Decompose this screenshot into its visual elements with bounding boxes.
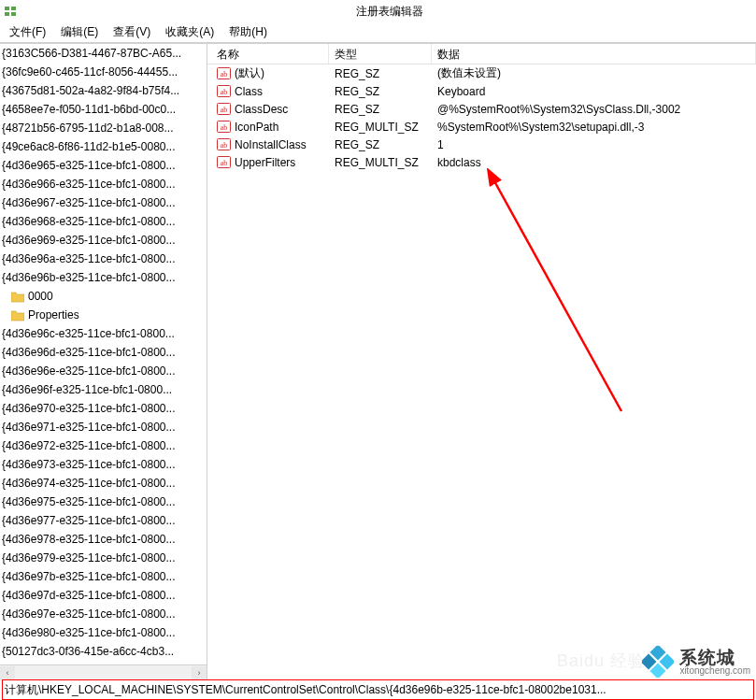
value-row[interactable]: abUpperFiltersREG_MULTI_SZkbdclass: [207, 153, 756, 171]
tree-pane: {3163C566-D381-4467-87BC-A65...{36fc9e60…: [0, 44, 207, 679]
tree-item-label: {4d36e973-e325-11ce-bfc1-0800...: [2, 458, 175, 471]
tree-item-label: {4d36e97e-e325-11ce-bfc1-0800...: [2, 607, 175, 621]
menu-bar: 文件(F) 编辑(E) 查看(V) 收藏夹(A) 帮助(H): [0, 22, 756, 43]
tree-key-item[interactable]: {4d36e97d-e325-11ce-bfc1-0800...: [0, 586, 207, 605]
scroll-track[interactable]: [15, 666, 192, 679]
value-data: %SystemRoot%\System32\setupapi.dll,-3: [432, 121, 756, 134]
value-data: @%SystemRoot%\System32\SysClass.Dll,-300…: [432, 103, 756, 116]
watermark-brand: 系统城: [679, 649, 735, 666]
value-name: NoInstallClass: [235, 138, 307, 151]
window-title: 注册表编辑器: [22, 4, 756, 20]
folder-icon: [11, 310, 24, 321]
tree-key-item[interactable]: {4d36e974-e325-11ce-bfc1-0800...: [0, 474, 207, 493]
tree-key-item[interactable]: {4d36e97b-e325-11ce-bfc1-0800...: [0, 567, 207, 586]
tree-scroll[interactable]: {3163C566-D381-4467-87BC-A65...{36fc9e60…: [0, 44, 207, 664]
tree-key-item[interactable]: {43675d81-502a-4a82-9f84-b75f4...: [0, 81, 207, 100]
tree-key-item[interactable]: {4d36e972-e325-11ce-bfc1-0800...: [0, 436, 207, 455]
tree-key-item[interactable]: {4d36e975-e325-11ce-bfc1-0800...: [0, 493, 207, 511]
col-header-type[interactable]: 类型: [329, 44, 432, 64]
tree-item-label: {4d36e978-e325-11ce-bfc1-0800...: [2, 533, 175, 546]
tree-key-item[interactable]: {4d36e966-e325-11ce-bfc1-0800...: [0, 175, 207, 193]
tree-key-item[interactable]: {4d36e96f-e325-11ce-bfc1-0800...: [0, 380, 207, 399]
tree-item-label: {4d36e972-e325-11ce-bfc1-0800...: [2, 439, 175, 452]
value-name: Class: [235, 85, 263, 98]
scroll-left-arrow-icon[interactable]: ‹: [0, 666, 15, 679]
menu-view[interactable]: 查看(V): [106, 22, 158, 42]
value-row[interactable]: abClassDescREG_SZ@%SystemRoot%\System32\…: [207, 100, 756, 118]
menu-edit[interactable]: 编辑(E): [53, 22, 106, 42]
tree-item-label: {4d36e966-e325-11ce-bfc1-0800...: [2, 178, 175, 191]
col-header-name[interactable]: 名称: [207, 44, 329, 64]
tree-key-item[interactable]: {4d36e96a-e325-11ce-bfc1-0800...: [0, 250, 207, 268]
tree-item-label: {36fc9e60-c465-11cf-8056-44455...: [2, 65, 178, 79]
value-data: kbdclass: [432, 156, 756, 169]
watermark-url: xitongcheng.com: [679, 666, 750, 676]
tree-item-label: {4d36e96f-e325-11ce-bfc1-0800...: [2, 383, 172, 396]
value-type: REG_SZ: [329, 85, 432, 98]
tree-item-label: {4d36e96b-e325-11ce-bfc1-0800...: [2, 271, 175, 284]
scroll-right-arrow-icon[interactable]: ›: [192, 666, 207, 679]
string-value-icon: ab: [217, 102, 231, 116]
menu-favorites[interactable]: 收藏夹(A): [158, 22, 221, 42]
value-data: Keyboard: [432, 85, 756, 98]
tree-key-item[interactable]: {4d36e973-e325-11ce-bfc1-0800...: [0, 455, 207, 474]
tree-key-item[interactable]: {48721b56-6795-11d2-b1a8-008...: [0, 119, 207, 137]
string-value-icon: ab: [217, 84, 231, 98]
tree-key-item[interactable]: {4d36e965-e325-11ce-bfc1-0800...: [0, 156, 207, 175]
main-area: {3163C566-D381-4467-87BC-A65...{36fc9e60…: [0, 43, 756, 679]
tree-key-item[interactable]: {4d36e96c-e325-11ce-bfc1-0800...: [0, 324, 207, 343]
tree-key-item[interactable]: {4658ee7e-f050-11d1-b6bd-00c0...: [0, 100, 207, 119]
tree-key-item[interactable]: {36fc9e60-c465-11cf-8056-44455...: [0, 63, 207, 81]
value-list-pane: 名称 类型 数据 ab(默认)REG_SZ(数值未设置)abClassREG_S…: [207, 44, 756, 679]
tree-key-item[interactable]: {4d36e96d-e325-11ce-bfc1-0800...: [0, 343, 207, 362]
tree-key-item[interactable]: {4d36e979-e325-11ce-bfc1-0800...: [0, 549, 207, 567]
tree-key-item[interactable]: {4d36e978-e325-11ce-bfc1-0800...: [0, 530, 207, 549]
svg-text:ab: ab: [221, 88, 228, 96]
tree-folder-item[interactable]: Properties: [0, 306, 207, 324]
svg-rect-2: [11, 7, 16, 10]
value-type: REG_MULTI_SZ: [329, 156, 432, 169]
tree-key-item[interactable]: {4d36e977-e325-11ce-bfc1-0800...: [0, 511, 207, 530]
title-bar: 注册表编辑器: [0, 0, 756, 22]
tree-item-label: {4d36e971-e325-11ce-bfc1-0800...: [2, 421, 175, 434]
value-name: IconPath: [235, 121, 278, 134]
string-value-icon: ab: [217, 66, 231, 80]
col-header-data[interactable]: 数据: [432, 44, 756, 64]
tree-folder-item[interactable]: 0000: [0, 287, 207, 306]
menu-help[interactable]: 帮助(H): [221, 22, 275, 42]
tree-item-label: {4d36e969-e325-11ce-bfc1-0800...: [2, 234, 175, 247]
tree-key-item[interactable]: {3163C566-D381-4467-87BC-A65...: [0, 44, 207, 63]
tree-key-item[interactable]: {4d36e980-e325-11ce-bfc1-0800...: [0, 623, 207, 642]
value-type: REG_MULTI_SZ: [329, 121, 432, 134]
tree-key-item[interactable]: {4d36e967-e325-11ce-bfc1-0800...: [0, 193, 207, 212]
tree-horizontal-scrollbar[interactable]: ‹ ›: [0, 664, 207, 679]
value-row[interactable]: abIconPathREG_MULTI_SZ%SystemRoot%\Syste…: [207, 118, 756, 136]
value-type: REG_SZ: [329, 103, 432, 116]
tree-key-item[interactable]: {4d36e970-e325-11ce-bfc1-0800...: [0, 399, 207, 418]
tree-key-item[interactable]: {50127dc3-0f36-415e-a6cc-4cb3...: [0, 642, 207, 661]
tree-key-item[interactable]: {4d36e96b-e325-11ce-bfc1-0800...: [0, 268, 207, 287]
tree-key-item[interactable]: {4d36e968-e325-11ce-bfc1-0800...: [0, 212, 207, 231]
tree-item-label: Properties: [28, 308, 79, 321]
svg-text:ab: ab: [221, 141, 228, 150]
tree-key-item[interactable]: {4d36e97e-e325-11ce-bfc1-0800...: [0, 605, 207, 623]
tree-key-item[interactable]: {4d36e96e-e325-11ce-bfc1-0800...: [0, 362, 207, 380]
svg-rect-0: [5, 7, 9, 10]
watermark-logo: 系统城 xitongcheng.com: [642, 646, 750, 678]
tree-item-label: {4d36e979-e325-11ce-bfc1-0800...: [2, 551, 175, 564]
tree-item-label: {4d36e970-e325-11ce-bfc1-0800...: [2, 402, 175, 415]
tree-key-item[interactable]: {4d36e969-e325-11ce-bfc1-0800...: [0, 231, 207, 250]
tree-key-item[interactable]: {4d36e971-e325-11ce-bfc1-0800...: [0, 418, 207, 436]
string-value-icon: ab: [217, 155, 231, 169]
svg-text:ab: ab: [221, 159, 228, 167]
value-row[interactable]: abClassREG_SZKeyboard: [207, 82, 756, 100]
svg-rect-3: [11, 12, 16, 16]
tree-key-item[interactable]: {49ce6ac8-6f86-11d2-b1e5-0080...: [0, 137, 207, 156]
tree-item-label: {49ce6ac8-6f86-11d2-b1e5-0080...: [2, 140, 175, 153]
tree-item-label: {4d36e968-e325-11ce-bfc1-0800...: [2, 215, 175, 228]
tree-item-label: {4d36e97d-e325-11ce-bfc1-0800...: [2, 589, 175, 602]
tree-item-label: {4d36e975-e325-11ce-bfc1-0800...: [2, 495, 175, 508]
value-row[interactable]: abNoInstallClassREG_SZ1: [207, 136, 756, 153]
menu-file[interactable]: 文件(F): [2, 22, 53, 42]
value-row[interactable]: ab(默认)REG_SZ(数值未设置): [207, 64, 756, 82]
